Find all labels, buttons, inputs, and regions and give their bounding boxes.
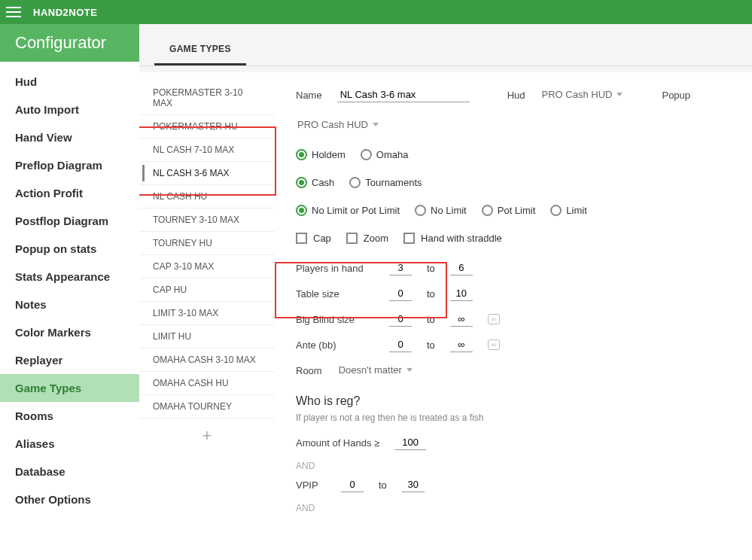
chevron-down-icon [617,93,623,96]
game-type-list: POKERMASTER 3-10 MAXPOKERMASTER HUNL CAS… [139,72,275,453]
type-item[interactable]: LIMIT HU [139,325,275,348]
type-item[interactable]: OMAHA TOURNEY [139,395,275,418]
radio-omaha[interactable]: Omaha [361,149,409,160]
sidebar-item-notes[interactable]: Notes [0,291,139,318]
brand: HAND2NOTE [33,7,97,18]
menu-icon[interactable] [6,7,21,17]
vpip-to[interactable] [402,477,425,492]
sidebar-item-replayer[interactable]: Replayer [0,346,139,374]
popup-dropdown[interactable]: PRO Cash HUD [296,117,380,132]
chevron-down-icon [406,368,413,372]
sidebar-item-other-options[interactable]: Other Options [0,485,139,513]
reg-section-title: Who is reg? [296,394,731,408]
bb-to[interactable] [450,312,473,327]
radio-pot-limit[interactable]: Pot Limit [482,205,536,216]
sidebar: Configurator HudAuto ImportHand ViewPref… [0,24,139,560]
ante-from[interactable] [389,337,412,352]
checkbox-zoom[interactable]: Zoom [346,233,388,244]
ante-label: Ante (bb) [296,339,374,351]
to-word: to [379,479,387,491]
sidebar-item-aliases[interactable]: Aliases [0,430,139,458]
players-from[interactable] [389,260,412,275]
chevron-down-icon [373,123,379,126]
type-item[interactable]: TOURNEY 3-10 MAX [139,208,275,232]
table-from[interactable] [389,286,412,301]
sidebar-title: Configurator [0,24,139,62]
form: Name Hud PRO Cash HUD Popup PRO Cash HUD… [275,72,752,560]
to-word: to [427,263,435,274]
type-item[interactable]: CAP 3-10 MAX [139,255,275,278]
sidebar-item-hud[interactable]: Hud [0,68,139,96]
type-item[interactable]: POKERMASTER HU [139,115,275,138]
vpip-label: VPIP [296,479,326,491]
type-item[interactable]: NL CASH 7-10 MAX [139,138,275,162]
topbar: HAND2NOTE [0,0,752,24]
to-word: to [427,314,435,325]
vpip-from[interactable] [341,477,364,492]
room-dropdown[interactable]: Doesn't matter [337,363,414,378]
players-to[interactable] [450,260,473,275]
sidebar-item-preflop-diagram[interactable]: Preflop Diagram [0,151,139,179]
type-item[interactable]: POKERMASTER 3-10 MAX [139,81,275,115]
sidebar-item-game-types[interactable]: Game Types [0,374,139,402]
sidebar-item-hand-view[interactable]: Hand View [0,123,139,151]
checkbox-cap[interactable]: Cap [296,233,331,244]
add-type-button[interactable]: + [139,418,275,453]
table-to[interactable] [450,286,473,301]
type-item[interactable]: OMAHA CASH 3-10 MAX [139,348,275,372]
type-item[interactable]: NL CASH 3-6 MAX [139,162,275,185]
radio-cash[interactable]: Cash [296,177,334,188]
sidebar-item-action-profit[interactable]: Action Profit [0,179,139,207]
sidebar-item-color-markers[interactable]: Color Markers [0,318,139,346]
type-item[interactable]: CAP HU [139,278,275,302]
type-item[interactable]: LIMIT 3-10 MAX [139,302,275,325]
bb-from[interactable] [389,312,412,327]
tab-game-types[interactable]: GAME TYPES [154,33,246,65]
hud-dropdown[interactable]: PRO Cash HUD [540,87,625,102]
type-item[interactable]: TOURNEY HU [139,232,275,255]
and-word: AND [296,503,731,513]
popup-label: Popup [662,90,690,101]
name-input[interactable] [337,87,470,102]
lock-icon: ∞ [488,314,500,324]
sidebar-item-rooms[interactable]: Rooms [0,402,139,430]
type-item[interactable]: OMAHA CASH HU [139,372,275,395]
sidebar-item-stats-appearance[interactable]: Stats Appearance [0,263,139,291]
lock-icon: ∞ [488,339,500,350]
sidebar-item-popup-on-stats[interactable]: Popup on stats [0,235,139,263]
checkbox-straddle[interactable]: Hand with straddle [403,233,502,244]
sidebar-item-auto-import[interactable]: Auto Import [0,96,139,123]
radio-tournaments[interactable]: Tournaments [349,177,422,188]
and-word: AND [296,461,731,471]
sidebar-item-database[interactable]: Database [0,458,139,485]
type-item[interactable]: NL CASH HU [139,185,275,208]
name-label: Name [296,90,322,101]
players-label: Players in hand [296,263,374,274]
reg-hint: If player is not a reg then he is treate… [296,412,731,423]
hud-label: Hud [507,90,525,101]
ante-to[interactable] [450,337,473,352]
to-word: to [427,288,435,300]
radio-limit[interactable]: Limit [550,205,586,216]
hands-label: Amount of Hands ≥ [296,437,379,449]
room-label: Room [296,365,322,376]
sidebar-item-postflop-diagram[interactable]: Postflop Diagram [0,207,139,235]
radio-nl-or-pl[interactable]: No Limit or Pot Limit [296,205,400,216]
to-word: to [427,339,435,351]
main: GAME TYPES POKERMASTER 3-10 MAXPOKERMAST… [139,24,752,560]
bb-label: Big Blind size [296,314,374,325]
tabbar: GAME TYPES [139,33,752,66]
hands-input[interactable] [394,435,426,450]
table-label: Table size [296,288,374,300]
radio-holdem[interactable]: Holdem [296,149,346,160]
radio-no-limit[interactable]: No Limit [415,205,467,216]
